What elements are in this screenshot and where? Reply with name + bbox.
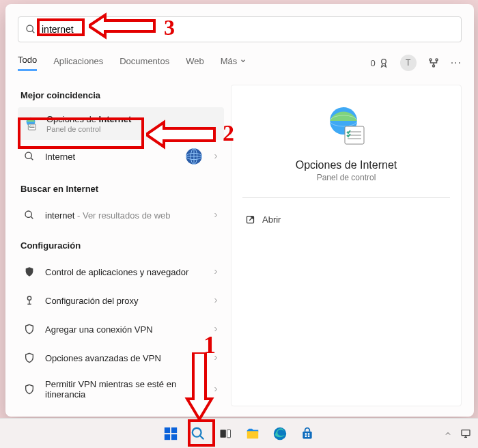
folder-icon — [245, 426, 260, 441]
svg-rect-36 — [227, 430, 231, 438]
taskbar — [0, 418, 478, 448]
taskbar-search[interactable] — [186, 422, 210, 445]
result-internet[interactable]: Internet — [18, 140, 224, 173]
search-icon — [22, 149, 37, 164]
flow-icon[interactable] — [427, 57, 440, 69]
svg-rect-30 — [171, 427, 177, 432]
best-match-label: Mejor coincidencia — [20, 90, 224, 100]
svg-rect-41 — [308, 433, 310, 435]
vpn-shield-icon — [22, 350, 37, 365]
edge-icon — [272, 426, 287, 441]
svg-point-0 — [27, 25, 33, 31]
preview-pane: Opciones de Internet Panel de control Ab… — [231, 85, 462, 406]
svg-point-2 — [381, 59, 386, 64]
svg-point-5 — [432, 65, 434, 67]
web-result-term: internet — [45, 210, 74, 221]
config-item-label: Permitir VPN mientras se esté en itinera… — [45, 379, 208, 400]
chevron-right-icon — [212, 296, 220, 305]
config-label: Configuración — [20, 240, 224, 251]
result-internet-label: Internet — [45, 152, 184, 162]
svg-point-4 — [436, 59, 438, 61]
more-menu[interactable]: ··· — [451, 57, 462, 69]
svg-rect-35 — [221, 430, 226, 438]
preview-sub: Panel de control — [317, 173, 376, 182]
svg-point-17 — [25, 211, 31, 217]
search-icon — [22, 208, 37, 223]
search-panel: Todo Aplicaciones Documentos Web Más 0 T… — [5, 4, 474, 417]
search-input[interactable] — [42, 24, 454, 35]
chevron-right-icon — [212, 268, 220, 276]
search-icon — [25, 24, 36, 35]
svg-point-19 — [27, 296, 31, 300]
result-web[interactable]: internet - Ver resultados de web — [18, 201, 224, 229]
chevron-right-icon — [212, 211, 220, 219]
chevron-right-icon — [212, 152, 220, 160]
svg-rect-42 — [305, 435, 307, 437]
config-item-label: Configuración del proxy — [45, 296, 208, 306]
open-action[interactable]: Abrir — [242, 209, 450, 230]
svg-point-33 — [193, 428, 201, 436]
web-result-sub: - Ver resultados de web — [74, 210, 170, 221]
chevron-up-icon — [444, 430, 452, 438]
svg-rect-32 — [171, 434, 177, 439]
config-item-label: Agregar una conexión VPN — [45, 324, 208, 335]
store-icon — [300, 427, 314, 440]
preview-title: Opciones de Internet — [296, 159, 397, 171]
svg-rect-40 — [305, 433, 307, 435]
svg-point-10 — [25, 152, 31, 158]
web-search-label: Buscar en Internet — [20, 184, 224, 194]
search-icon — [191, 426, 206, 441]
svg-rect-37 — [247, 431, 259, 438]
svg-line-34 — [200, 435, 204, 439]
config-proxy[interactable]: Configuración del proxy — [18, 286, 224, 315]
tab-aplicaciones[interactable]: Aplicaciones — [53, 56, 103, 70]
internet-options-large-icon — [324, 104, 368, 148]
svg-rect-44 — [462, 430, 470, 435]
chevron-right-icon — [212, 354, 220, 362]
vpn-shield-icon — [22, 382, 37, 397]
tab-todo[interactable]: Todo — [18, 55, 37, 71]
best-match-item[interactable]: Opciones de Internet Panel de control — [18, 107, 224, 140]
globe-app-icon — [184, 147, 203, 166]
rewards-badge[interactable]: 0 — [370, 57, 389, 68]
avatar[interactable]: T — [400, 55, 417, 71]
tab-more[interactable]: Más — [221, 56, 247, 70]
svg-rect-29 — [165, 427, 170, 432]
medal-icon — [378, 57, 389, 68]
chevron-right-icon — [212, 385, 220, 393]
system-tray[interactable] — [444, 428, 471, 439]
taskbar-explorer[interactable] — [241, 422, 264, 445]
tab-web[interactable]: Web — [186, 56, 204, 70]
svg-rect-43 — [308, 435, 310, 437]
shield-icon — [22, 264, 37, 279]
monitor-icon — [460, 428, 471, 439]
chevron-down-icon — [240, 57, 247, 64]
config-vpn-roaming[interactable]: Permitir VPN mientras se esté en itinera… — [18, 372, 224, 406]
windows-icon — [163, 426, 178, 441]
vpn-shield-icon — [22, 322, 37, 337]
svg-rect-39 — [303, 431, 311, 438]
taskbar-taskview[interactable] — [214, 422, 237, 445]
config-item-label: Opciones avanzadas de VPN — [45, 353, 208, 363]
config-item-label: Control de aplicaciones y navegador — [45, 267, 208, 277]
best-match-title-bold: Internet — [99, 114, 132, 124]
open-label: Abrir — [262, 214, 281, 225]
svg-line-18 — [31, 216, 33, 219]
taskbar-edge[interactable] — [268, 422, 292, 445]
config-advanced-vpn[interactable]: Opciones avanzadas de VPN — [18, 344, 224, 372]
divider — [242, 197, 450, 198]
filter-tabs: Todo Aplicaciones Documentos Web Más 0 T… — [18, 55, 462, 71]
internet-options-icon — [23, 116, 38, 131]
proxy-icon — [22, 293, 37, 308]
config-app-browser-control[interactable]: Control de aplicaciones y navegador — [18, 257, 224, 286]
config-add-vpn[interactable]: Agregar una conexión VPN — [18, 315, 224, 344]
results-list: Mejor coincidencia Opciones de Internet … — [5, 79, 224, 406]
search-bar[interactable] — [18, 16, 462, 42]
svg-line-1 — [32, 31, 34, 33]
taskview-icon — [219, 427, 232, 440]
start-button[interactable] — [159, 422, 182, 445]
tab-documentos[interactable]: Documentos — [120, 56, 169, 70]
best-match-title-pre: Opciones de — [46, 114, 99, 124]
svg-line-11 — [31, 158, 33, 160]
taskbar-store[interactable] — [296, 422, 319, 445]
